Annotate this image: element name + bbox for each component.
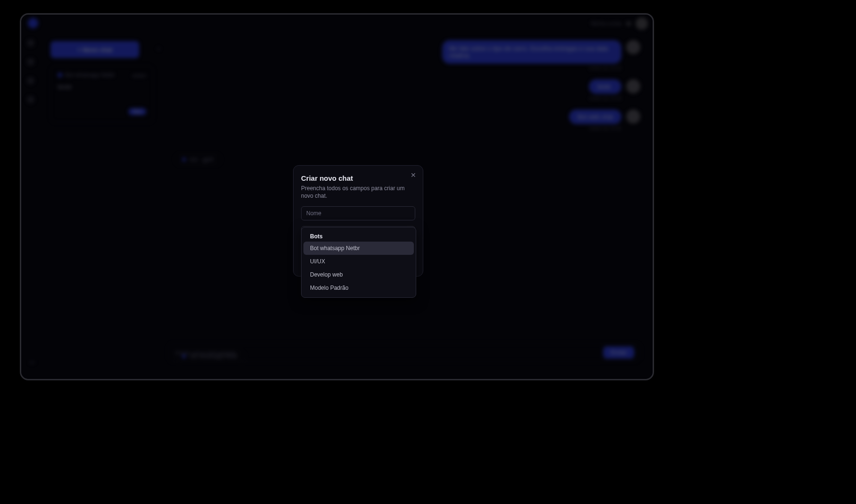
dropdown-option[interactable]: UI/UX [303,255,414,268]
modal-subtitle: Preencha todos os campos para criar um n… [301,185,415,200]
name-input[interactable]: Nome [301,206,415,220]
dropdown-heading: Bots [303,230,414,242]
name-placeholder: Nome [306,210,321,217]
app-window: Minha conta + Novo chat + Bot whatsapp N… [20,13,654,380]
close-icon: ✕ [411,171,416,179]
modal-title: Criar novo chat [301,174,415,182]
close-button[interactable]: ✕ [409,170,418,180]
bot-dropdown: Bots Bot whatsapp Netbr UI/UX Develop we… [301,227,416,298]
create-chat-modal: ✕ Criar novo chat Preencha todos os camp… [293,165,423,277]
dropdown-option[interactable]: Bot whatsapp Netbr [303,242,414,255]
dropdown-option[interactable]: Modelo Padrão [303,281,414,294]
dropdown-option[interactable]: Develop web [303,268,414,281]
